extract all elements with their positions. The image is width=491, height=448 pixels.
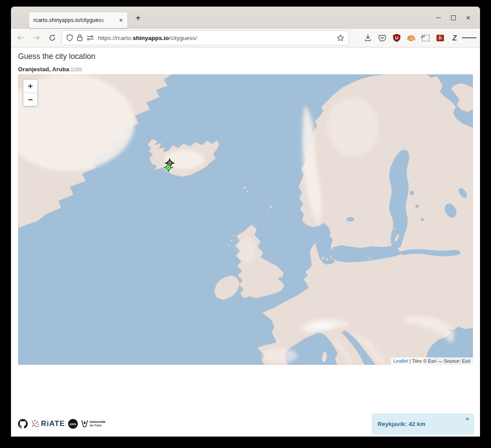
window-controls: ✕ <box>431 7 476 29</box>
hypothesis-button[interactable]: h <box>433 31 447 44</box>
distance-notification: Reykjavík: 42 km ✕ <box>372 414 474 434</box>
forward-button[interactable] <box>30 32 43 44</box>
page-title: Guess the city location <box>18 52 95 61</box>
url-domain: shinyapps.io <box>133 35 169 41</box>
round-city-label: Oranjestad, Aruba(2/20) <box>18 66 82 73</box>
udp-emblem-icon <box>81 419 88 428</box>
cnrs-logo[interactable]: cnrs <box>68 419 78 429</box>
back-arrow-icon <box>17 35 24 41</box>
leaflet-link[interactable]: Leaflet <box>393 358 408 364</box>
tab-close-icon[interactable]: ✕ <box>117 16 125 24</box>
universite-de-paris-logo[interactable]: Université de Paris <box>81 419 105 428</box>
reload-button[interactable] <box>46 32 58 44</box>
leaflet-map[interactable]: + − <box>18 74 473 365</box>
zotero-button[interactable]: Z <box>447 31 462 44</box>
map-attribution: Leaflet | Tiles © Esri — Source: Esri <box>391 357 473 365</box>
minimize-button[interactable] <box>431 10 446 25</box>
url-path: /cityguess/ <box>169 35 197 41</box>
close-button[interactable]: ✕ <box>461 10 476 25</box>
minimize-icon <box>436 18 441 18</box>
map-tiles <box>18 74 473 365</box>
navigation-toolbar: https://rcarto.shinyapps.io/cityguess/ ✂… <box>11 29 480 47</box>
menu-icon <box>462 37 467 38</box>
back-button[interactable] <box>15 32 27 44</box>
city-name: Oranjestad, Aruba <box>18 66 69 73</box>
riate-logo[interactable]: RiATE <box>31 419 65 428</box>
riate-wordmark: RiATE <box>41 419 65 428</box>
ublock-shield-icon <box>393 34 400 42</box>
ublock-origin-button[interactable] <box>389 31 404 44</box>
riate-dots-icon <box>31 419 40 428</box>
guess-marker <box>164 163 173 172</box>
url-prefix: https://rcarto. <box>98 35 133 41</box>
extension-possum-button[interactable] <box>404 31 418 44</box>
browser-window: rcarto.shinyapps.io/cityguess ✕ + ✕ http… <box>11 7 480 437</box>
distance-text: Reykjavík: 42 km <box>378 421 426 427</box>
footer-logos: RiATE cnrs Université de Paris <box>18 418 105 430</box>
new-tab-button[interactable]: + <box>131 12 145 25</box>
maximize-button[interactable] <box>446 10 461 25</box>
page-content: Guess the city location Oranjestad, Arub… <box>11 47 480 437</box>
zoom-in-button[interactable]: + <box>23 80 37 93</box>
possum-icon <box>407 34 416 42</box>
tab-bar: rcarto.shinyapps.io/cityguess ✕ + ✕ <box>11 7 480 29</box>
zotero-z-icon: Z <box>452 34 457 42</box>
guess-crosshair-icon <box>164 163 173 172</box>
github-logo-icon[interactable] <box>18 419 28 429</box>
map-zoom-control: + − <box>23 79 38 106</box>
round-counter: (2/20) <box>71 67 82 72</box>
browser-tab[interactable]: rcarto.shinyapps.io/cityguess ✕ <box>29 12 127 28</box>
menu-button[interactable] <box>462 31 476 44</box>
tracking-protection-shield-icon <box>66 34 73 41</box>
screenshot-scissors-icon: ✂ <box>422 35 429 41</box>
maximize-icon <box>451 15 456 20</box>
bookmark-star-icon[interactable] <box>337 34 344 41</box>
screenshot-clipper-button[interactable]: ✂ <box>418 31 433 44</box>
extension-toolbar: ✂ h Z <box>360 31 476 44</box>
downloads-button[interactable] <box>360 31 375 44</box>
pocket-icon <box>378 34 386 41</box>
notification-close-icon[interactable]: ✕ <box>466 416 469 422</box>
forward-arrow-icon <box>33 35 40 41</box>
reload-icon <box>49 34 56 41</box>
close-icon: ✕ <box>466 15 471 21</box>
lock-icon <box>77 34 83 41</box>
url-bar[interactable]: https://rcarto.shinyapps.io/cityguess/ <box>62 31 349 45</box>
download-icon <box>364 34 371 41</box>
pocket-button[interactable] <box>375 31 389 44</box>
tiles-credit: Tiles © Esri — Source: Esri <box>412 358 470 364</box>
hypothesis-icon: h <box>436 35 444 41</box>
permissions-icon <box>87 35 94 40</box>
udp-wordmark: Université de Paris <box>90 420 105 428</box>
zoom-out-button[interactable]: − <box>23 93 37 106</box>
url-text[interactable]: https://rcarto.shinyapps.io/cityguess/ <box>98 35 333 41</box>
tab-title: rcarto.shinyapps.io/cityguess <box>33 17 117 23</box>
